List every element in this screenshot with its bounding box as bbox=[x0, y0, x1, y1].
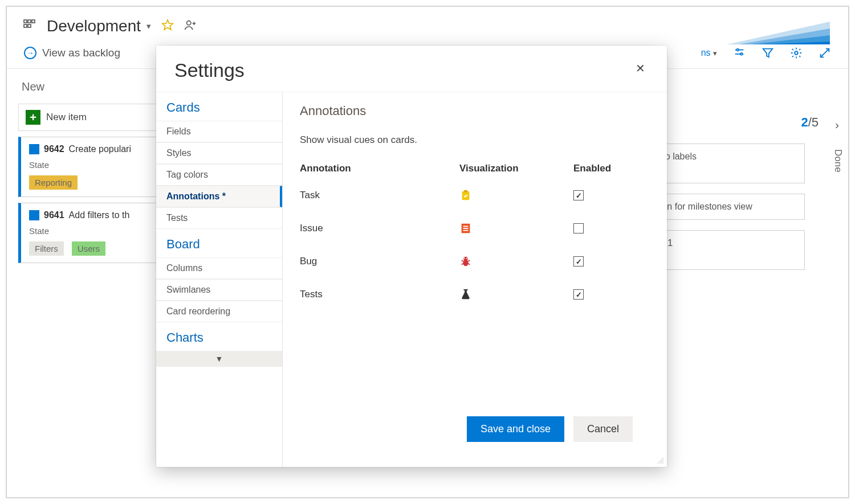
project-title[interactable]: Development ▾ bbox=[47, 17, 151, 35]
sidebar-item-styles[interactable]: Styles bbox=[156, 142, 282, 164]
chevron-down-icon: ▾ bbox=[146, 21, 151, 31]
svg-line-30 bbox=[468, 264, 470, 265]
svg-line-28 bbox=[468, 260, 470, 261]
annotation-row-tests: Tests bbox=[300, 278, 650, 311]
sidebar-item-annotations[interactable]: Annotations * bbox=[156, 186, 282, 207]
enabled-checkbox[interactable] bbox=[573, 256, 584, 267]
svg-point-31 bbox=[464, 258, 465, 259]
sidebar-group-cards: Cards bbox=[156, 92, 282, 121]
col-header-visualization: Visualization bbox=[459, 163, 573, 174]
sidebar-item-fields[interactable]: Fields bbox=[156, 121, 282, 142]
svg-point-10 bbox=[187, 21, 191, 25]
people-icon[interactable] bbox=[184, 19, 197, 34]
board-window: Development ▾ → View as backlog ns ▾ bbox=[6, 6, 849, 498]
annotation-row-bug: Bug bbox=[300, 245, 650, 278]
cancel-button[interactable]: Cancel bbox=[573, 416, 633, 442]
sidebar-item-swimlanes[interactable]: Swimlanes bbox=[156, 279, 282, 301]
sidebar-item-tag-colors[interactable]: Tag colors bbox=[156, 164, 282, 186]
settings-panel: Annotations Show visual cues on cards. A… bbox=[283, 92, 667, 467]
svg-rect-6 bbox=[32, 20, 35, 23]
tag[interactable]: Reporting bbox=[29, 175, 78, 190]
filter-icon[interactable] bbox=[762, 47, 774, 59]
work-item-card[interactable]: d to labels w bbox=[645, 144, 805, 183]
svg-rect-4 bbox=[24, 20, 27, 23]
fullscreen-icon[interactable] bbox=[819, 47, 831, 59]
col-header-annotation: Annotation bbox=[300, 163, 459, 174]
svg-rect-24 bbox=[463, 230, 468, 231]
burndown-sparkline bbox=[727, 16, 830, 47]
svg-line-27 bbox=[462, 260, 464, 261]
sidebar-item-columns[interactable]: Columns bbox=[156, 257, 282, 279]
bug-icon bbox=[459, 255, 472, 268]
work-item-card[interactable]: plan for milestones view bbox=[645, 194, 805, 220]
tag[interactable]: Filters bbox=[29, 241, 64, 256]
svg-rect-7 bbox=[24, 24, 27, 27]
svg-rect-20 bbox=[464, 190, 467, 192]
plus-icon: + bbox=[26, 110, 40, 125]
svg-line-36 bbox=[662, 462, 663, 464]
svg-rect-22 bbox=[463, 226, 468, 227]
settings-dialog: Settings ✕ Cards Fields Styles Tag color… bbox=[156, 46, 667, 467]
task-icon bbox=[459, 189, 472, 202]
svg-point-14 bbox=[736, 49, 739, 51]
annotation-row-task: Task bbox=[300, 179, 650, 212]
svg-point-16 bbox=[740, 53, 743, 55]
arrow-circle-icon: → bbox=[24, 47, 36, 59]
col-header-enabled: Enabled bbox=[573, 163, 650, 174]
svg-rect-5 bbox=[28, 20, 31, 23]
svg-marker-9 bbox=[162, 20, 173, 30]
dialog-title: Settings bbox=[174, 59, 245, 81]
resize-grip-icon[interactable] bbox=[656, 456, 665, 465]
svg-marker-17 bbox=[763, 49, 773, 58]
svg-rect-33 bbox=[463, 289, 467, 290]
svg-point-18 bbox=[795, 51, 798, 55]
svg-rect-19 bbox=[462, 191, 470, 200]
sliders-icon[interactable] bbox=[733, 47, 746, 59]
sidebar-group-board: Board bbox=[156, 229, 282, 257]
enabled-checkbox[interactable] bbox=[573, 190, 584, 200]
sidebar-group-charts: Charts bbox=[156, 322, 282, 351]
work-item-card[interactable]: on 1 w bbox=[645, 230, 805, 270]
close-icon[interactable]: ✕ bbox=[632, 59, 649, 77]
favorite-star-icon[interactable] bbox=[161, 19, 174, 34]
issue-icon bbox=[459, 222, 472, 235]
svg-rect-8 bbox=[28, 24, 31, 27]
sidebar-item-tests[interactable]: Tests bbox=[156, 207, 282, 229]
gear-icon[interactable] bbox=[790, 47, 803, 59]
view-backlog-label: View as backlog bbox=[42, 47, 120, 59]
annotations-table: Annotation Visualization Enabled Task Is… bbox=[300, 158, 650, 311]
work-item-type-icon bbox=[29, 210, 39, 220]
chevron-down-icon: ▾ bbox=[713, 49, 717, 58]
view-as-backlog-link[interactable]: → View as backlog bbox=[24, 47, 120, 59]
flask-icon bbox=[459, 288, 472, 301]
done-collapsed-column[interactable]: Done bbox=[832, 149, 844, 173]
svg-line-29 bbox=[462, 264, 464, 265]
sidebar-expand-icon[interactable]: ▼ bbox=[156, 351, 282, 367]
sidebar-item-card-reordering[interactable]: Card reordering bbox=[156, 301, 282, 322]
enabled-checkbox[interactable] bbox=[573, 289, 584, 300]
enabled-checkbox[interactable] bbox=[573, 223, 584, 233]
work-item-type-icon bbox=[29, 144, 39, 154]
new-item-label: New item bbox=[46, 112, 87, 123]
svg-point-32 bbox=[466, 258, 467, 259]
project-header: Development ▾ bbox=[7, 7, 848, 42]
panel-description: Show visual cues on cards. bbox=[300, 134, 650, 146]
board-grid-icon bbox=[23, 18, 36, 34]
tag[interactable]: Users bbox=[72, 241, 105, 256]
settings-sidebar: Cards Fields Styles Tag colors Annotatio… bbox=[156, 92, 283, 467]
svg-point-26 bbox=[463, 260, 468, 266]
column-counter: 2/5 bbox=[801, 115, 819, 130]
options-dropdown[interactable]: ns ▾ bbox=[701, 48, 717, 58]
save-and-close-button[interactable]: Save and close bbox=[467, 416, 564, 442]
right-column-cards: d to labels w plan for milestones view o… bbox=[645, 144, 805, 280]
panel-title: Annotations bbox=[300, 104, 650, 118]
project-title-text: Development bbox=[47, 17, 141, 35]
annotation-row-issue: Issue bbox=[300, 212, 650, 245]
svg-rect-23 bbox=[463, 228, 468, 229]
next-page-icon[interactable]: › bbox=[835, 118, 839, 132]
